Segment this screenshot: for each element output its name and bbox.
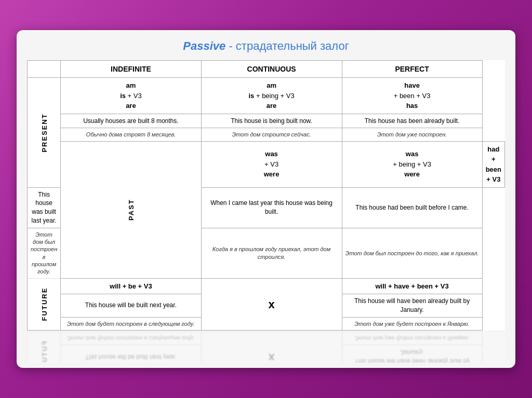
past-perfect-ru: Этот дом был построен до того, как я при…	[342, 228, 482, 278]
future-continuous-formula: x	[201, 332, 342, 363]
future-perfect-ru: Этот дом уже будет построен к Январю.	[342, 332, 482, 345]
past-continuous-formula: was + being + V3 were	[342, 141, 482, 187]
present-perfect-ru: Этот дом уже построен.	[342, 128, 482, 141]
title-main: Passive	[183, 39, 225, 52]
present-perfect-en: This house has been already built.	[342, 114, 482, 128]
slide-container: Passive - страдательный залог INDEFINITE…	[17, 30, 515, 368]
present-indefinite-formula: am is + V3 are	[61, 78, 201, 114]
present-continuous-ru: Этот дом строится сейчас.	[201, 128, 342, 141]
future-perfect-formula: will + have + been + V3	[342, 278, 482, 294]
future-indefinite-formula: will + be + V3	[61, 278, 201, 294]
present-continuous-formula: am is + being + V3 are	[201, 78, 342, 114]
reflection: INDEFINITE CONTINUOUS PERFECT PRESENT am…	[27, 332, 505, 363]
title-separator: -	[225, 39, 236, 52]
header-empty	[28, 61, 61, 78]
past-indefinite-formula: was + V3 were	[201, 141, 342, 187]
present-indefinite-ru: Обычно дома строят 8 месяцев.	[61, 128, 201, 141]
past-label: PAST	[61, 141, 201, 278]
present-continuous-en: This house is being built now.	[201, 114, 342, 128]
present-perfect-formula: have + been + V3 has	[342, 78, 482, 114]
past-perfect-formula: had + been + V3	[482, 141, 504, 187]
future-indefinite-en: This house will be built next year.	[61, 294, 201, 318]
future-indefinite-en: This house will be built next year.	[61, 345, 201, 363]
future-perfect-ru: Этот дом уже будет построен к Январю.	[342, 317, 482, 330]
future-indefinite-ru: Этот дом будет построен в следующем году…	[61, 317, 201, 330]
past-perfect-en: This house had been built before I came.	[342, 187, 482, 228]
past-indefinite-ru: Этот дом был построен в прошлом году.	[28, 228, 61, 278]
header-indefinite: INDEFINITE	[61, 61, 201, 78]
present-label: PRESENT	[28, 78, 61, 188]
past-continuous-en: When I came last year this house was bei…	[201, 187, 342, 228]
slide-title: Passive - страдательный залог	[27, 39, 505, 53]
future-perfect-en: This house will have been already built …	[342, 345, 482, 363]
header-continuous: CONTINUOUS	[201, 61, 342, 78]
future-indefinite-ru: Этот дом будет построен в следующем году…	[61, 332, 201, 345]
future-perfect-en: This house will have been already built …	[342, 294, 482, 318]
header-perfect: PERFECT	[342, 61, 482, 78]
passive-table: INDEFINITE CONTINUOUS PERFECT PRESENT am…	[27, 332, 505, 363]
passive-table: INDEFINITE CONTINUOUS PERFECT PRESENT am…	[27, 60, 505, 331]
future-label: FUTURE	[28, 278, 61, 330]
past-indefinite-en: This house was built last year.	[28, 187, 61, 228]
future-label: FUTURE	[28, 332, 61, 363]
past-continuous-ru: Когда я в прошлом году приехал, этот дом…	[201, 228, 342, 278]
present-indefinite-en: Usually houses are built 8 months.	[61, 114, 201, 128]
future-continuous-formula: x	[201, 278, 342, 330]
title-sub: страдательный залог	[236, 39, 349, 52]
